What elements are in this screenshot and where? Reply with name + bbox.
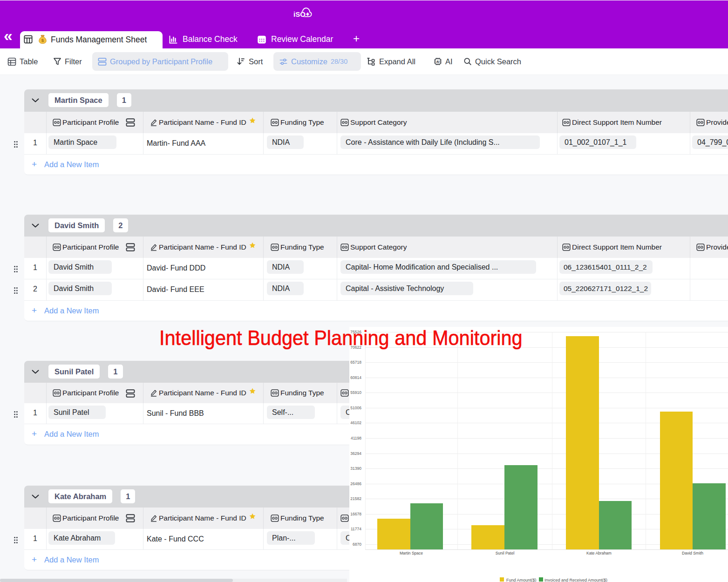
svg-text:iSO: iSO [293, 10, 306, 18]
